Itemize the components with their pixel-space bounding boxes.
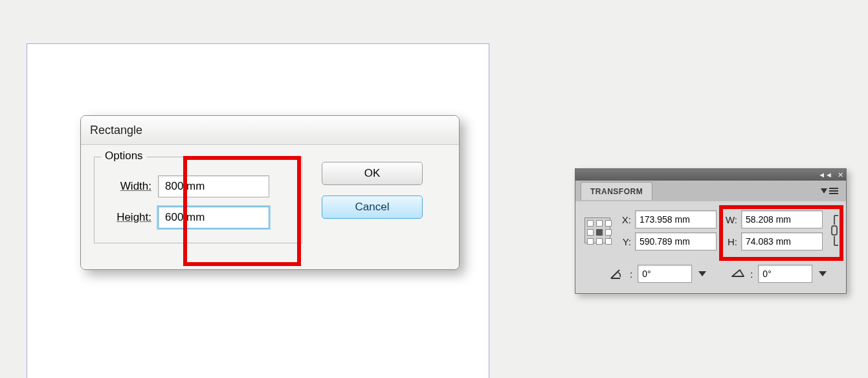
x-input[interactable]: 173.958 mm — [635, 210, 717, 228]
panel-titlebar: ◄◄ ✕ — [575, 169, 846, 181]
ok-button[interactable]: OK — [322, 162, 423, 185]
transform-panel: ◄◄ ✕ TRANSFORM X: 173.958 mm Y: 590. — [575, 168, 847, 294]
panel-close-icon[interactable]: ✕ — [838, 172, 843, 179]
height-input[interactable]: 600 mm — [158, 206, 269, 228]
shear-input[interactable]: 0° — [758, 265, 812, 283]
options-fieldset: Options Width: 800 mm Height: 600 mm — [94, 157, 302, 243]
rotate-icon — [610, 267, 625, 281]
w-label: W: — [723, 214, 737, 225]
svg-rect-4 — [832, 226, 837, 235]
y-input[interactable]: 590.789 mm — [635, 232, 717, 250]
reference-point-grid[interactable] — [584, 217, 610, 243]
x-label: X: — [617, 214, 631, 225]
dialog-title: Rectangle — [81, 116, 459, 145]
options-legend: Options — [101, 150, 147, 162]
rectangle-dialog: Rectangle Options Width: 800 mm Height: … — [80, 115, 460, 270]
svg-marker-5 — [698, 271, 706, 276]
tab-transform[interactable]: TRANSFORM — [581, 182, 652, 200]
y-label: Y: — [617, 236, 631, 247]
height-label: Height: — [106, 211, 151, 224]
svg-marker-6 — [819, 271, 827, 276]
cancel-button[interactable]: Cancel — [322, 195, 423, 219]
panel-collapse-icon[interactable]: ◄◄ — [818, 172, 832, 179]
h-label: H: — [723, 236, 737, 247]
width-input[interactable]: 800 mm — [158, 175, 269, 197]
rotate-input[interactable]: 0° — [638, 265, 692, 283]
link-wh-icon[interactable] — [829, 211, 840, 250]
h-input[interactable]: 74.083 mm — [741, 232, 823, 250]
w-input[interactable]: 58.208 mm — [741, 210, 823, 228]
shear-dropdown[interactable] — [818, 269, 828, 279]
panel-menu-button[interactable] — [821, 188, 841, 194]
shear-icon — [731, 269, 745, 280]
rotate-dropdown[interactable] — [697, 269, 707, 279]
svg-marker-0 — [821, 188, 827, 194]
width-label: Width: — [106, 180, 151, 193]
